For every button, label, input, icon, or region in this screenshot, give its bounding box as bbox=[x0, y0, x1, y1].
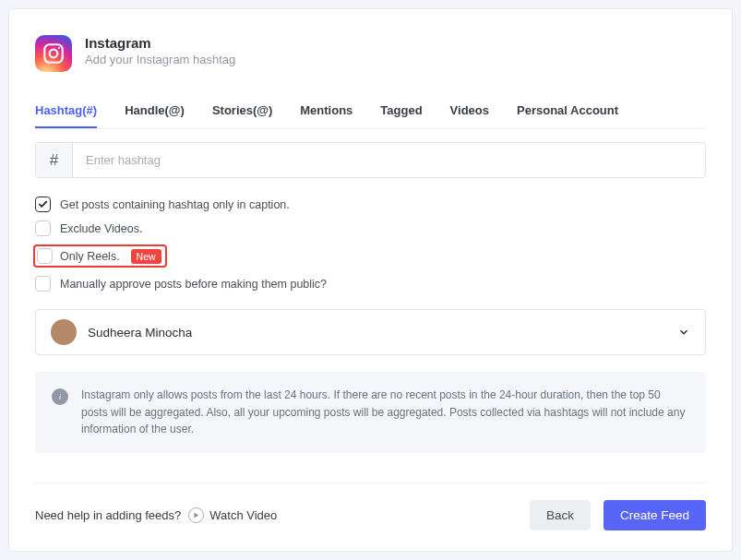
panel-title: Instagram bbox=[85, 35, 235, 51]
info-text: Instagram only allows posts from the las… bbox=[81, 387, 689, 438]
instagram-logo bbox=[35, 35, 72, 72]
tab-hashtag[interactable]: Hashtag(#) bbox=[35, 96, 97, 128]
back-button[interactable]: Back bbox=[530, 500, 591, 530]
panel-subtitle: Add your Instagram hashtag bbox=[85, 53, 235, 66]
svg-point-2 bbox=[58, 47, 60, 49]
option-only-reels-row: Only Reels. New bbox=[35, 241, 706, 272]
option-manual-approve: Manually approve posts before making the… bbox=[35, 272, 706, 296]
svg-rect-0 bbox=[44, 44, 63, 63]
create-feed-panel: Instagram Add your Instagram hashtag Has… bbox=[8, 8, 733, 552]
source-tabs: Hashtag(#) Handle(@) Stories(@) Mentions… bbox=[35, 96, 706, 129]
help-section: Need help in adding feeds? Watch Video bbox=[35, 507, 277, 523]
chevron-down-icon bbox=[677, 326, 690, 339]
tab-mentions[interactable]: Mentions bbox=[300, 96, 353, 128]
checkbox-only-reels[interactable] bbox=[37, 248, 53, 264]
svg-marker-3 bbox=[195, 513, 199, 518]
options-list: Get posts containing hashtag only in cap… bbox=[35, 193, 706, 296]
panel-header: Instagram Add your Instagram hashtag bbox=[35, 35, 706, 72]
info-box: i Instagram only allows posts from the l… bbox=[35, 372, 706, 453]
watch-video-label: Watch Video bbox=[209, 508, 277, 522]
play-icon bbox=[188, 507, 204, 523]
panel-footer: Need help in adding feeds? Watch Video B… bbox=[35, 500, 706, 530]
account-name: Sudheera Minocha bbox=[88, 326, 192, 340]
tab-videos[interactable]: Videos bbox=[450, 96, 489, 128]
option-exclude-videos: Exclude Videos. bbox=[35, 217, 706, 241]
option-label: Get posts containing hashtag only in cap… bbox=[60, 198, 290, 211]
option-label: Manually approve posts before making the… bbox=[60, 278, 327, 291]
only-reels-highlight: Only Reels. New bbox=[33, 244, 167, 268]
tab-handle[interactable]: Handle(@) bbox=[125, 96, 185, 128]
hashtag-input[interactable] bbox=[73, 143, 705, 177]
checkbox-caption-only[interactable] bbox=[35, 197, 51, 212]
info-icon: i bbox=[52, 388, 68, 405]
create-feed-button[interactable]: Create Feed bbox=[604, 500, 706, 530]
hash-icon: # bbox=[36, 143, 73, 177]
svg-point-1 bbox=[50, 50, 58, 58]
tab-personal-account[interactable]: Personal Account bbox=[517, 96, 618, 128]
checkbox-exclude-videos[interactable] bbox=[35, 220, 51, 236]
hashtag-input-row: # bbox=[35, 142, 706, 178]
option-label: Only Reels. bbox=[60, 250, 120, 263]
new-badge: New bbox=[131, 249, 161, 264]
footer-divider bbox=[35, 483, 706, 483]
account-selector[interactable]: Sudheera Minocha bbox=[35, 309, 706, 355]
option-label: Exclude Videos. bbox=[60, 222, 142, 235]
watch-video-link[interactable]: Watch Video bbox=[188, 507, 277, 523]
avatar bbox=[51, 319, 77, 345]
tab-stories[interactable]: Stories(@) bbox=[212, 96, 272, 128]
tab-tagged[interactable]: Tagged bbox=[380, 96, 422, 128]
option-caption-only: Get posts containing hashtag only in cap… bbox=[35, 193, 706, 217]
help-text: Need help in adding feeds? bbox=[35, 508, 181, 522]
checkbox-manual-approve[interactable] bbox=[35, 276, 51, 292]
